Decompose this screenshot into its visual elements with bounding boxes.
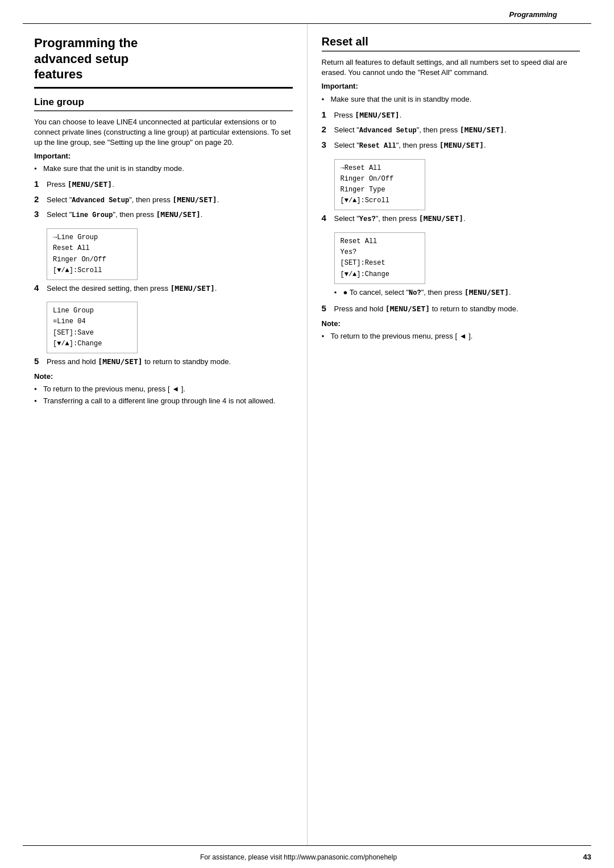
reset-all-section: Reset all Return all features to default… (322, 35, 580, 341)
step-4r-content: Select "Yes?", then press [MENU/SET]. (334, 214, 580, 224)
menu-line: Yes? (341, 247, 419, 258)
note-bullet-1r: To return to the previous menu, press [ … (322, 331, 580, 341)
note-bullet-2: Transferring a call to a different line … (34, 396, 293, 406)
important-label-right: Important: (322, 81, 580, 91)
step-5r-content: Press and hold [MENU/SET] to return to s… (334, 304, 580, 314)
step-num-1r: 1 (322, 110, 334, 119)
bullet-item: Make sure that the unit is in standby mo… (34, 164, 293, 174)
left-column: Programming the advanced setup features … (23, 24, 308, 845)
step-1-right: 1 Press [MENU/SET]. (322, 110, 580, 120)
menu-line: [▼/▲]:Change (341, 269, 419, 280)
right-column: Reset all Return all features to default… (308, 24, 592, 845)
menu-line: [▼/▲]:Scroll (341, 195, 419, 206)
menu-line: Reset All (53, 243, 131, 254)
step-5-content: Press and hold [MENU/SET] to return to s… (47, 357, 293, 367)
step-3r-content: Select "Reset All", then press [MENU/SET… (334, 140, 580, 151)
step-5-left: 5 Press and hold [MENU/SET] to return to… (34, 357, 293, 367)
menu-line: Ringer On/Off (53, 254, 131, 265)
step-num-2r: 2 (322, 124, 334, 134)
step-num-5r: 5 (322, 303, 334, 313)
step-4-left: 4 Select the desired setting, then press… (34, 283, 293, 294)
important-label-left: Important: (34, 151, 293, 161)
cancel-note-item: ● To cancel, select "No?", then press [M… (334, 287, 580, 298)
menu-line: →Line Group (53, 232, 131, 243)
menu-line: [SET]:Reset (341, 258, 419, 269)
step-1r-content: Press [MENU/SET]. (334, 110, 580, 120)
line-group-intro: You can choose to leave LINE4 unconnecte… (34, 117, 293, 148)
menu-line: Line Group (53, 306, 131, 316)
step-2-left: 2 Select "Advanced Setup", then press [M… (34, 195, 293, 206)
step-num-4r: 4 (322, 213, 334, 223)
note-bullet-1: To return to the previous menu, press [ … (34, 384, 293, 394)
menu-line: =Line 04 (53, 316, 131, 327)
step-2r-content: Select "Advanced Setup", then press [MEN… (334, 125, 580, 136)
line-group-title: Line group (34, 97, 293, 108)
step-2-content: Select "Advanced Setup", then press [MEN… (47, 195, 293, 206)
page-title: Programming the advanced setup features (34, 35, 293, 82)
step-num-3: 3 (34, 209, 47, 219)
line-group-section: Line group You can choose to leave LINE4… (34, 97, 293, 407)
bullet-item: Make sure that the unit is in standby mo… (322, 94, 580, 105)
step-num-5: 5 (34, 356, 47, 366)
reset-all-title: Reset all (322, 35, 580, 48)
menu-line: [▼/▲]:Change (53, 339, 131, 349)
footer: For assistance, please visit http://www.… (23, 845, 591, 868)
important-bullets-right: Make sure that the unit is in standby mo… (322, 94, 580, 105)
page-title-text: Programming the advanced setup features (34, 35, 293, 82)
cancel-note: ● To cancel, select "No?", then press [M… (334, 287, 580, 298)
step-3-content: Select "Line Group", then press [MENU/SE… (47, 210, 293, 220)
note-bullets-right: To return to the previous menu, press [ … (322, 331, 580, 341)
note-bullets-left: To return to the previous menu, press [ … (34, 384, 293, 406)
reset-all-intro: Return all features to default settings,… (322, 57, 580, 78)
step-1-left: 1 Press [MENU/SET]. (34, 180, 293, 190)
important-bullets-left: Make sure that the unit is in standby mo… (34, 164, 293, 174)
note-label-left: Note: (34, 372, 293, 382)
menu-line: [SET]:Save (53, 328, 131, 339)
step-num-4: 4 (34, 283, 47, 293)
step-num-3r: 3 (322, 140, 334, 149)
menu-line: Reset All (341, 236, 419, 247)
step-3-right: 3 Select "Reset All", then press [MENU/S… (322, 140, 580, 151)
title-rule (34, 87, 293, 89)
note-label-right: Note: (322, 319, 580, 329)
menu-box-1-right: →Reset All Ringer On/Off Ringer Type [▼/… (334, 159, 425, 211)
menu-box-2-left: Line Group =Line 04 [SET]:Save [▼/▲]:Cha… (47, 302, 138, 353)
reset-all-rule (322, 51, 580, 52)
step-4-content: Select the desired setting, then press [… (47, 283, 293, 294)
step-num-2: 2 (34, 194, 47, 204)
page: Programming Programming the advanced set… (0, 0, 614, 868)
line-group-rule (34, 110, 293, 111)
header-bar: Programming (23, 0, 591, 24)
step-num-1: 1 (34, 179, 47, 189)
menu-box-1-left: →Line Group Reset All Ringer On/Off [▼/▲… (47, 228, 138, 280)
menu-line: Ringer Type (341, 185, 419, 195)
step-1-content: Press [MENU/SET]. (47, 180, 293, 190)
header-title: Programming (509, 10, 557, 19)
step-5-right: 5 Press and hold [MENU/SET] to return to… (322, 304, 580, 314)
step-2-right: 2 Select "Advanced Setup", then press [M… (322, 125, 580, 136)
menu-box-2-right: Reset All Yes? [SET]:Reset [▼/▲]:Change (334, 232, 425, 284)
footer-text: For assistance, please visit http://www.… (23, 853, 574, 861)
menu-line: Ringer On/Off (341, 174, 419, 185)
step-4-right: 4 Select "Yes?", then press [MENU/SET]. (322, 214, 580, 224)
menu-line: [▼/▲]:Scroll (53, 265, 131, 276)
menu-line: →Reset All (341, 163, 419, 174)
footer-page-number: 43 (574, 853, 591, 861)
step-3-left: 3 Select "Line Group", then press [MENU/… (34, 210, 293, 220)
content-area: Programming the advanced setup features … (0, 24, 614, 845)
